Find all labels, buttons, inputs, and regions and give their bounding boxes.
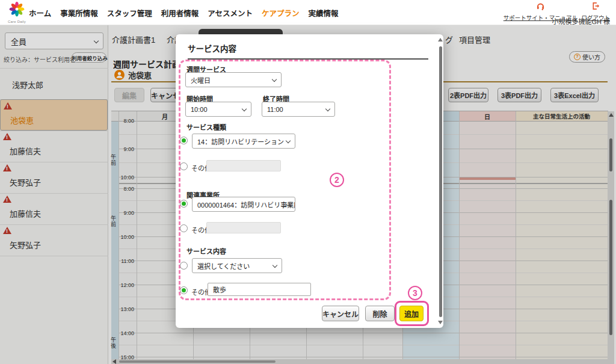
modal-delete-button[interactable]: 削除 (365, 306, 395, 321)
end-time-select[interactable]: 11:00 (262, 102, 335, 117)
scrollbar-thumb[interactable] (439, 46, 442, 317)
scroll-down-icon[interactable] (438, 321, 443, 324)
related-office-other-input[interactable] (206, 222, 281, 233)
end-time-value: 11:00 (267, 106, 283, 113)
logout-icon (591, 2, 600, 10)
nav-assessment[interactable]: アセスメント (208, 7, 253, 19)
service-content-other-radio[interactable] (180, 286, 188, 294)
chevron-down-icon (273, 263, 277, 268)
modal-cancel-button[interactable]: キャンセル (322, 306, 359, 321)
service-type-select-radio[interactable] (180, 137, 188, 144)
logo-text: Care Daily (5, 20, 29, 23)
service-content-other-input[interactable]: 散歩 (208, 283, 311, 296)
service-type-other-input[interactable] (206, 160, 281, 171)
scroll-up-icon[interactable] (438, 38, 443, 42)
logo-pinwheel-icon (8, 1, 26, 18)
nav-user-info[interactable]: 利用者情報 (161, 7, 199, 19)
related-office-select[interactable]: 0000001464：訪問リハビリ事業所 (192, 197, 295, 212)
annotation-step-3: 3 (408, 286, 422, 300)
service-type-other-radio[interactable] (180, 162, 188, 170)
nav-care-plan[interactable]: ケアプラン (262, 7, 300, 19)
week-service-value: 火曜日 (191, 75, 211, 85)
modal-title: サービス内容 (188, 42, 236, 54)
main-menu: ホーム 事業所情報 スタッフ管理 利用者情報 アセスメント ケアプラン 実績情報 (29, 0, 338, 25)
service-type-select[interactable]: 14：訪問リハビリテーション (192, 134, 295, 149)
annotation-step-2: 2 (330, 173, 344, 187)
nav-results[interactable]: 実績情報 (308, 7, 338, 19)
service-content-label: サービス内容 (186, 246, 226, 256)
nav-staff-mgmt[interactable]: スタッフ管理 (107, 7, 152, 19)
chevron-down-icon (325, 106, 330, 111)
nav-office-info[interactable]: 事業所情報 (60, 7, 98, 19)
service-content-modal: サービス内容 週間サービス 火曜日 開始時間 終了時間 10:00 11:00 … (176, 34, 443, 328)
service-type-label: サービス種類 (186, 122, 226, 132)
app-logo[interactable]: Care Daily (5, 1, 29, 23)
account-name: 小規模多機能GH 様 (552, 16, 610, 26)
start-time-select[interactable]: 10:00 (185, 102, 251, 117)
chevron-down-icon (242, 106, 247, 111)
service-content-select-radio[interactable] (180, 262, 188, 270)
top-nav: Care Daily ホーム 事業所情報 スタッフ管理 利用者情報 アセスメント… (0, 0, 616, 25)
support-headset-icon (536, 2, 545, 10)
related-office-select-radio[interactable] (180, 200, 188, 208)
service-content-other-value: 散歩 (213, 285, 226, 294)
chevron-down-icon (286, 138, 291, 143)
chevron-down-icon (272, 77, 277, 82)
related-office-other-radio[interactable] (180, 224, 188, 232)
annotation-highlight-box (395, 301, 429, 326)
start-time-value: 10:00 (191, 106, 208, 113)
service-type-value: 14：訪問リハビリテーション (197, 137, 284, 146)
week-service-select[interactable]: 火曜日 (185, 72, 282, 87)
screen: Care Daily ホーム 事業所情報 スタッフ管理 利用者情報 アセスメント… (0, 0, 616, 364)
related-office-value: 0000001464：訪問リハビリ事業所 (197, 200, 295, 209)
nav-home[interactable]: ホーム (29, 7, 51, 19)
service-content-select[interactable]: 選択してください (192, 258, 282, 273)
service-content-placeholder: 選択してください (197, 261, 250, 271)
